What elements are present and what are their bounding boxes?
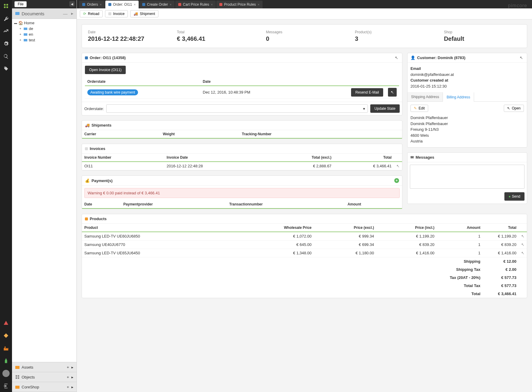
alert-icon[interactable] — [2, 319, 10, 327]
summary-messages: Messages0 — [266, 30, 343, 42]
th-inv-date: Invoice Date — [164, 154, 270, 162]
tab-product-price-rules[interactable]: Product Price Rules× — [216, 1, 263, 8]
truck-icon: 🚚 — [134, 12, 138, 16]
payment-warning: Warning € 0.00 paid instead of € 3,466.4… — [84, 188, 400, 198]
tree-item-en[interactable]: +en — [19, 31, 75, 37]
add-payment-button[interactable]: + — [394, 178, 399, 183]
warning-icon[interactable] — [2, 332, 10, 339]
totals-row: Shipping€ 12.00 — [82, 257, 527, 266]
pointer-icon[interactable]: ↖ — [394, 162, 402, 170]
rule-icon — [178, 3, 181, 6]
tree-item-test[interactable]: +test — [19, 37, 75, 43]
close-icon[interactable]: × — [211, 3, 213, 6]
svg-rect-6 — [24, 33, 27, 36]
totals-row: Shipping Tax€ 2.00 — [82, 265, 527, 274]
tree-item-de[interactable]: +de — [19, 26, 75, 31]
accordion-coreshop[interactable]: CoreShop+▸ — [12, 382, 77, 392]
tab-cart-price-rules[interactable]: Cart Price Rules× — [175, 1, 216, 8]
open-invoice-button[interactable]: Open Invoice (OI11) — [85, 66, 126, 74]
reload-button[interactable]: ⟳Reload — [80, 10, 103, 17]
gear-icon[interactable] — [2, 40, 10, 47]
th-pay-date: Date — [82, 200, 121, 208]
close-icon[interactable]: × — [258, 3, 260, 6]
totals-row: Tax (20AT - 20%)€ 577.73 — [82, 274, 527, 282]
close-icon[interactable]: × — [134, 3, 136, 6]
plus-icon[interactable]: + — [67, 365, 69, 370]
tree-root-home[interactable]: ▬ 🏠 Home — [14, 20, 75, 26]
stats-icon[interactable] — [2, 28, 10, 35]
th-weight: Weight — [161, 130, 240, 138]
close-icon[interactable]: × — [170, 3, 172, 6]
pointer-icon[interactable]: ↖ — [519, 249, 527, 257]
accordion-assets[interactable]: Assets+▸ — [12, 362, 77, 372]
tab-shipping-address[interactable]: Shipping Address — [407, 92, 443, 101]
tag-icon[interactable] — [2, 65, 10, 73]
invoice-button[interactable]: Invoice — [105, 10, 128, 17]
wrench-icon[interactable] — [2, 15, 10, 22]
toolbar: ⟳Reload Invoice 🚚Shipment — [77, 8, 532, 19]
totals-row: Total€ 3,466.41 — [82, 290, 527, 298]
invoices-title: Invoices — [90, 146, 105, 151]
logout-icon[interactable] — [2, 382, 10, 390]
svg-rect-0 — [4, 4, 5, 5]
plus-icon[interactable]: + — [67, 375, 69, 379]
payments-panel: 💰Payment(s)+ Warning € 0.00 paid instead… — [82, 175, 402, 209]
edit-button[interactable]: ✎Edit — [410, 105, 428, 112]
arrow-right-icon[interactable]: ▸ — [71, 11, 74, 16]
invoices-panel: Invoices Invoice NumberInvoice DateTotal… — [82, 144, 402, 171]
message-input[interactable] — [410, 165, 524, 189]
avatar[interactable] — [2, 370, 10, 377]
open-button[interactable]: ↖Open — [504, 105, 524, 112]
shipment-button[interactable]: 🚚Shipment — [130, 10, 158, 17]
orderstate-select[interactable]: ▾ — [106, 104, 368, 113]
update-state-button[interactable]: Update State — [370, 104, 400, 113]
tabbar: Orders× Order: OI11× Create Order× Cart … — [77, 0, 532, 8]
th-wholesale: Wholesale Price — [233, 224, 314, 232]
coin-icon: 💰 — [85, 178, 90, 183]
apps-icon[interactable] — [2, 2, 10, 10]
arrow-right-icon[interactable]: ▸ — [71, 365, 74, 370]
file-button[interactable]: File — [14, 1, 27, 7]
truck-icon: 🚚 — [85, 123, 90, 127]
th-date: Date — [200, 78, 309, 86]
close-icon[interactable]: × — [100, 3, 102, 6]
svg-rect-1 — [7, 4, 8, 5]
minus-icon[interactable]: — — [63, 11, 68, 16]
accordion-objects[interactable]: Objects+▸ — [12, 372, 77, 382]
arrow-right-icon[interactable]: ▸ — [71, 385, 74, 389]
panel-title-documents: Documents — ▸ — [12, 8, 77, 19]
summary-date: Date2016-12-12 22:48:27 — [88, 30, 165, 42]
sidebar: File ◀ Documents — ▸ ▬ 🏠 Home +de +en +t… — [12, 0, 77, 392]
addr-line: Dominik Pfaffenbauer — [410, 115, 524, 121]
action-button[interactable]: ↖ — [388, 88, 397, 97]
send-button[interactable]: ●Send — [504, 192, 524, 201]
state-badge: Awaiting bank wire payment — [87, 89, 138, 95]
svg-rect-13 — [15, 386, 20, 389]
resend-email-button[interactable]: Resend E-Mail — [351, 88, 383, 97]
tab-billing-address[interactable]: Billing Address — [443, 92, 474, 102]
svg-rect-9 — [16, 375, 17, 377]
refresh-icon: ⟳ — [83, 12, 86, 16]
orderstate-label: Orderstate: — [84, 106, 104, 111]
doc-icon — [108, 3, 111, 6]
orderstate-row: Awaiting bank wire payment Dec 12, 2016,… — [85, 86, 399, 99]
tab-orders[interactable]: Orders× — [79, 1, 105, 8]
shipments-title: Shipments — [92, 123, 111, 127]
plus-icon[interactable]: + — [67, 385, 69, 389]
customer-created: 2016-01-25 15:12:30 — [410, 83, 524, 89]
pointer-icon[interactable]: ↖ — [520, 55, 524, 60]
pointer-icon[interactable]: ↖ — [519, 241, 527, 249]
product-row: Samsung LED-TV UE65JU6450 € 1,348.00 € 1… — [82, 249, 527, 257]
pointer-icon[interactable]: ↖ — [395, 55, 399, 60]
search-icon[interactable] — [2, 53, 10, 60]
tab-create-order[interactable]: Create Order× — [139, 1, 175, 8]
pointer-icon[interactable]: ↖ — [519, 232, 527, 241]
arrow-right-icon[interactable]: ▸ — [71, 375, 74, 379]
factory-icon[interactable] — [2, 345, 10, 352]
invoice-row: OI11 2016-12-12 22:48:28 € 2,888.67 € 3,… — [82, 162, 402, 170]
svg-rect-11 — [16, 377, 17, 379]
orderstate-date: Dec 12, 2016, 10:48:39 PM — [200, 86, 309, 99]
collapse-sidebar-icon[interactable]: ◀ — [69, 1, 75, 7]
bottle-icon[interactable] — [2, 357, 10, 364]
tab-order-oi11[interactable]: Order: OI11× — [105, 1, 139, 8]
